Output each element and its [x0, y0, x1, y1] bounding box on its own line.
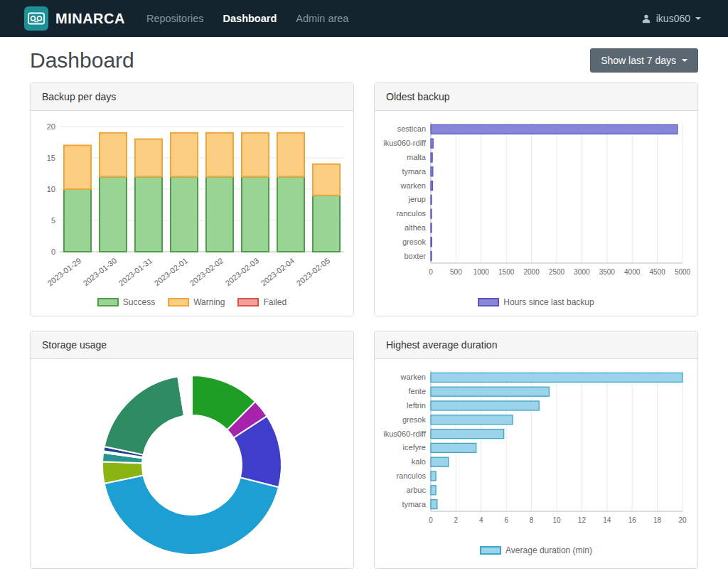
card-title: Highest average duration	[375, 331, 697, 359]
svg-text:boxter: boxter	[404, 252, 426, 260]
svg-text:tymara: tymara	[402, 167, 427, 176]
nav-admin-area[interactable]: Admin area	[296, 13, 348, 24]
user-menu[interactable]: ikus060	[641, 13, 701, 24]
card-oldest-backup: Oldest backup 05001000150020002500300035…	[374, 82, 698, 316]
duration-label: Average duration (min)	[505, 545, 592, 555]
svg-text:16: 16	[628, 516, 637, 524]
svg-text:5: 5	[51, 216, 55, 225]
card-title: Backup per days	[31, 83, 353, 111]
legend-item-failed[interactable]: Failed	[237, 297, 287, 307]
date-range-button[interactable]: Show last 7 days	[590, 48, 698, 73]
svg-text:icefyre: icefyre	[403, 443, 426, 452]
svg-text:2023-01-29: 2023-01-29	[46, 256, 82, 287]
username: ikus060	[656, 13, 690, 24]
legend-item-hours[interactable]: Hours since last backup	[478, 297, 594, 307]
legend-item-duration[interactable]: Average duration (min)	[480, 545, 592, 555]
svg-text:20: 20	[47, 122, 55, 131]
average-duration-chart[interactable]: 02468101214161820warkenfenteleftringreso…	[378, 365, 694, 544]
svg-text:tymara: tymara	[402, 500, 427, 508]
warning-label: Warning	[193, 297, 225, 307]
svg-text:12: 12	[578, 516, 587, 524]
svg-text:2023-02-05: 2023-02-05	[294, 256, 331, 287]
nav-links: Repositories Dashboard Admin area	[146, 13, 349, 24]
hours-label: Hours since last backup	[503, 297, 594, 307]
card-title: Storage usage	[31, 331, 353, 359]
svg-text:2000: 2000	[523, 268, 540, 276]
svg-text:2023-02-02: 2023-02-02	[188, 256, 225, 287]
svg-text:3500: 3500	[599, 268, 616, 276]
svg-text:18: 18	[653, 516, 662, 524]
svg-text:1500: 1500	[498, 268, 515, 276]
svg-text:10: 10	[47, 185, 55, 193]
svg-text:ranculos: ranculos	[396, 471, 426, 480]
svg-text:ikus060-rdiff: ikus060-rdiff	[383, 429, 427, 438]
svg-text:20: 20	[678, 516, 687, 524]
backup-per-days-chart[interactable]: 051015202023-01-292023-01-302023-01-3120…	[34, 117, 350, 296]
svg-text:warken: warken	[400, 373, 426, 381]
date-range-label: Show last 7 days	[601, 55, 676, 66]
svg-text:1000: 1000	[473, 268, 490, 276]
svg-text:ranculos: ranculos	[396, 209, 426, 218]
minarca-logo-icon	[24, 6, 48, 31]
backup-legend: Success Warning Failed	[33, 296, 350, 313]
warning-swatch	[168, 298, 189, 306]
svg-text:fente: fente	[409, 387, 426, 395]
svg-text:althea: althea	[405, 223, 427, 232]
svg-text:6: 6	[504, 516, 508, 524]
nav-dashboard[interactable]: Dashboard	[223, 13, 277, 24]
card-backup-per-days: Backup per days 051015202023-01-292023-0…	[30, 82, 354, 316]
svg-text:0: 0	[429, 268, 433, 276]
caret-down-icon	[695, 17, 701, 20]
navbar: MINARCA Repositories Dashboard Admin are…	[0, 0, 728, 37]
dashboard-grid: Backup per days 051015202023-01-292023-0…	[0, 82, 728, 571]
oldest-backup-chart[interactable]: 0500100015002000250030003500400045005000…	[378, 117, 694, 296]
svg-text:gresok: gresok	[402, 238, 427, 246]
svg-text:8: 8	[530, 516, 534, 524]
svg-text:0: 0	[429, 516, 433, 524]
svg-text:4500: 4500	[649, 268, 665, 276]
card-storage-usage: Storage usage	[30, 331, 354, 569]
legend-item-success[interactable]: Success	[97, 297, 155, 307]
svg-text:sestican: sestican	[397, 124, 426, 133]
svg-text:14: 14	[603, 516, 611, 524]
failed-label: Failed	[263, 297, 287, 307]
svg-text:4000: 4000	[624, 268, 641, 276]
svg-text:2: 2	[454, 516, 459, 524]
success-label: Success	[123, 297, 155, 307]
average-duration-legend: Average duration (min)	[378, 544, 695, 561]
svg-text:2023-02-01: 2023-02-01	[152, 256, 189, 287]
svg-text:5000: 5000	[675, 268, 691, 276]
svg-text:arbuc: arbuc	[406, 486, 426, 494]
svg-text:gresok: gresok	[402, 415, 427, 424]
hours-swatch	[478, 298, 499, 306]
svg-text:kalo: kalo	[412, 457, 426, 466]
svg-text:0: 0	[51, 247, 55, 256]
duration-swatch	[480, 546, 501, 555]
card-title: Oldest backup	[375, 83, 697, 111]
failed-swatch	[237, 298, 259, 306]
svg-text:2023-02-04: 2023-02-04	[259, 256, 296, 287]
page-head: Dashboard Show last 7 days	[0, 37, 728, 82]
svg-text:4: 4	[479, 516, 483, 524]
storage-usage-donut-chart[interactable]	[34, 365, 350, 565]
svg-text:10: 10	[552, 516, 561, 524]
svg-text:15: 15	[47, 154, 55, 162]
success-swatch	[97, 298, 119, 306]
card-highest-average-duration: Highest average duration 024681012141618…	[374, 331, 698, 569]
nav-repositories[interactable]: Repositories	[146, 13, 204, 24]
svg-text:2023-01-30: 2023-01-30	[81, 256, 118, 287]
svg-text:malta: malta	[407, 153, 427, 161]
svg-text:leftrin: leftrin	[407, 401, 426, 410]
svg-text:warken: warken	[400, 181, 426, 190]
page-title: Dashboard	[30, 48, 134, 73]
svg-text:500: 500	[450, 268, 462, 276]
svg-text:3000: 3000	[574, 268, 590, 276]
brand[interactable]: MINARCA	[24, 6, 125, 31]
svg-text:2500: 2500	[549, 268, 565, 276]
oldest-backup-legend: Hours since last backup	[378, 296, 695, 313]
user-icon	[641, 14, 651, 23]
svg-text:jerup: jerup	[408, 195, 426, 203]
svg-text:2023-02-03: 2023-02-03	[223, 256, 260, 287]
legend-item-warning[interactable]: Warning	[168, 297, 225, 307]
svg-text:ikus060-rdiff: ikus060-rdiff	[383, 139, 427, 147]
